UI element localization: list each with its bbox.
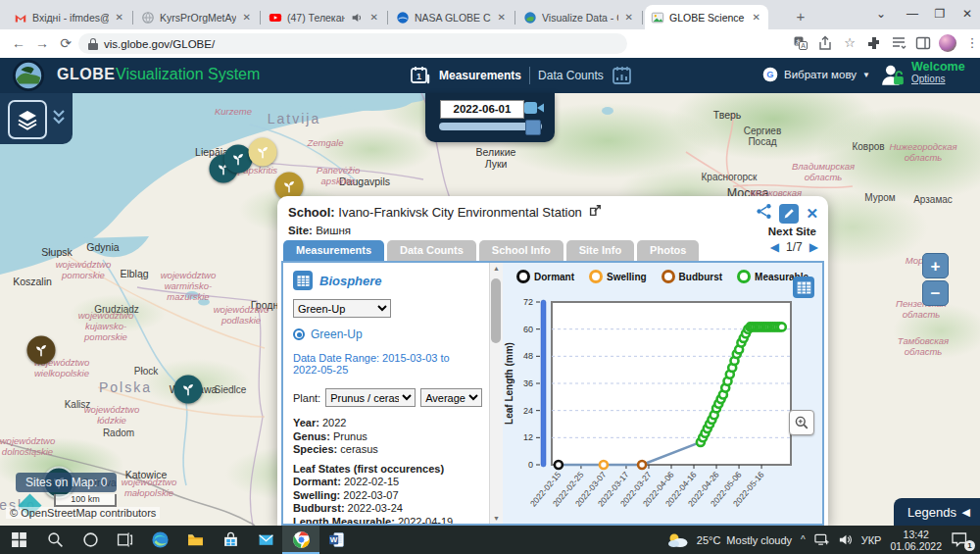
new-tab-button[interactable]: + (790, 7, 811, 28)
site-marker[interactable] (27, 336, 56, 365)
browser-tab-4[interactable]: NASA GLOBE CLOUD✕ (390, 5, 514, 29)
menu-dots-icon[interactable]: ⋮ (963, 34, 980, 52)
tab-close-icon[interactable]: ✕ (623, 12, 635, 23)
stat-select[interactable]: Average (420, 388, 482, 407)
tab-close-icon[interactable]: ✕ (496, 12, 508, 23)
edit-button[interactable] (779, 204, 799, 224)
date-slider-handle[interactable] (525, 120, 541, 135)
profile-avatar[interactable] (939, 34, 956, 52)
tab-close-icon[interactable]: ✕ (368, 12, 380, 23)
tab-search-button[interactable]: ⌄ (866, 0, 896, 29)
translate-icon[interactable]: あA (792, 34, 809, 52)
protocol-select[interactable]: Green-Up (293, 299, 391, 318)
forward-button[interactable]: → (31, 33, 53, 55)
clock[interactable]: 13:42 01.06.2022 (890, 529, 942, 552)
address-bar[interactable]: vis.globe.gov/GLOBE/ (78, 33, 627, 54)
taskbar-word-icon[interactable]: W (318, 526, 355, 554)
zoom-out-button[interactable]: − (922, 280, 949, 306)
extensions-icon[interactable] (865, 34, 883, 52)
school-line: School: Ivano-Frankivsk City Environment… (288, 204, 602, 221)
close-popup-icon[interactable]: ✕ (806, 204, 818, 224)
taskbar-mail-icon[interactable] (247, 526, 284, 554)
share-icon[interactable] (756, 203, 772, 224)
taskbar-start-icon[interactable] (0, 526, 37, 554)
maximize-button[interactable]: ❐ (925, 0, 955, 29)
browser-tab-3[interactable]: (47) Телеканал 1-✕ (263, 5, 386, 29)
layers-button[interactable] (8, 100, 47, 139)
bookmark-star-icon[interactable]: ☆ (841, 34, 858, 52)
back-button[interactable]: ← (8, 33, 29, 55)
browser-tab-1[interactable]: Вхідні - ifmdes@gma✕ (8, 5, 131, 29)
date-slider[interactable] (439, 123, 542, 130)
left-panel-scrollbar[interactable]: ▲ ▼ (489, 263, 503, 524)
weather-widget[interactable]: 25°C Mostly cloudy (665, 531, 792, 549)
close-window-button[interactable]: ✕ (953, 0, 980, 29)
nav-data-counts[interactable]: Data Counts (538, 69, 604, 82)
next-site-arrow[interactable]: ▶ (809, 240, 818, 254)
keyboard-language[interactable]: УКР (861, 534, 882, 546)
tab-close-icon[interactable]: ✕ (751, 12, 762, 23)
reload-button[interactable]: ⟳ (55, 33, 76, 55)
animation-camera-icon[interactable] (523, 100, 545, 120)
network-icon[interactable] (814, 532, 829, 547)
taskbar-chrome-icon[interactable] (282, 526, 319, 554)
leaf-length-chart[interactable]: 0122436486072Leaf Length (mm)2022-02-152… (503, 286, 824, 526)
legend-item-dormant[interactable]: Dormant (516, 270, 574, 283)
popup-tab-measurements[interactable]: Measurements (283, 240, 384, 261)
tab-title: NASA GLOBE CLOUD (415, 12, 491, 24)
reading-list-icon[interactable] (890, 34, 907, 52)
popup-tabs: MeasurementsData CountsSchool InfoSite I… (283, 240, 699, 261)
tab-audio-icon[interactable] (350, 11, 364, 25)
browser-tab-2[interactable]: KyrsPrOrgMetAyd-12✕ (135, 5, 259, 29)
taskbar-task-view-icon[interactable] (106, 526, 143, 554)
screen: Вхідні - ifmdes@gma✕KyrsPrOrgMetAyd-12✕(… (0, 0, 980, 554)
taskbar-edge-icon[interactable] (141, 526, 178, 554)
site-marker[interactable] (249, 138, 277, 167)
scroll-down-arrow[interactable]: ▼ (490, 515, 503, 522)
chart-zoom-button[interactable] (789, 410, 814, 435)
globe-header: GLOBE Visualization System 1 Measurement… (0, 58, 980, 93)
scrollbar-thumb[interactable] (491, 278, 501, 343)
popup-tab-data-counts[interactable]: Data Counts (387, 240, 476, 261)
popup-tab-site-info[interactable]: Site Info (566, 240, 634, 261)
hidden-icons-chevron[interactable]: ^ (801, 534, 806, 545)
legend-item-swelling[interactable]: Swelling (589, 270, 647, 283)
date: 01.06.2022 (890, 540, 942, 552)
taskbar-store-icon[interactable] (212, 526, 249, 554)
volume-icon[interactable] (838, 532, 853, 547)
zoom-in-button[interactable]: + (922, 253, 949, 278)
site-name: Вишня (316, 225, 351, 236)
taskbar-file-explorer-icon[interactable] (176, 526, 214, 554)
external-link-icon[interactable] (588, 204, 602, 221)
tab-close-icon[interactable]: ✕ (241, 12, 253, 23)
legends-button[interactable]: Legends ◀ (894, 498, 980, 526)
weather-icon (665, 531, 691, 549)
legend-label: Budburst (679, 272, 722, 282)
site-marker[interactable] (174, 376, 203, 404)
nav-measurements[interactable]: Measurements (439, 69, 521, 82)
collapse-chevron-icon[interactable] (49, 107, 69, 130)
share-icon[interactable] (816, 34, 834, 52)
taskbar-search-icon[interactable] (36, 526, 74, 554)
options-link[interactable]: Options (911, 74, 965, 84)
popup-tab-photos[interactable]: Photos (637, 240, 699, 261)
minimize-button[interactable]: — (898, 0, 927, 29)
brand-globe: GLOBE (57, 66, 115, 83)
lock-icon (88, 38, 98, 50)
browser-tab-6[interactable]: GLOBE Science Data V✕ (645, 5, 768, 29)
tab-close-icon[interactable]: ✕ (114, 12, 125, 23)
taskbar-cortana-icon[interactable] (72, 526, 109, 554)
welcome-label: Welcome (911, 60, 965, 74)
side-panel-icon[interactable] (914, 34, 932, 52)
windows-taskbar: W 25°C Mostly cloudy ^ УКР 13:42 01.06.2… (0, 526, 980, 554)
notification-center[interactable]: 1 (951, 531, 972, 549)
plant-select[interactable]: Prunus / cerasus (325, 388, 416, 407)
browser-tab-5[interactable]: Visualize Data - GLOB✕ (517, 5, 641, 29)
legend-item-budburst[interactable]: Budburst (662, 270, 722, 283)
prev-site-arrow[interactable]: ◀ (770, 240, 779, 254)
language-selector[interactable]: G Вибрати мову ▼ (762, 67, 870, 82)
greenup-radio-row[interactable]: Green-Up (293, 327, 479, 341)
popup-tab-school-info[interactable]: School Info (479, 240, 564, 261)
date-input[interactable]: 2022-06-01 (440, 100, 524, 119)
scroll-up-arrow[interactable]: ▲ (490, 265, 503, 272)
